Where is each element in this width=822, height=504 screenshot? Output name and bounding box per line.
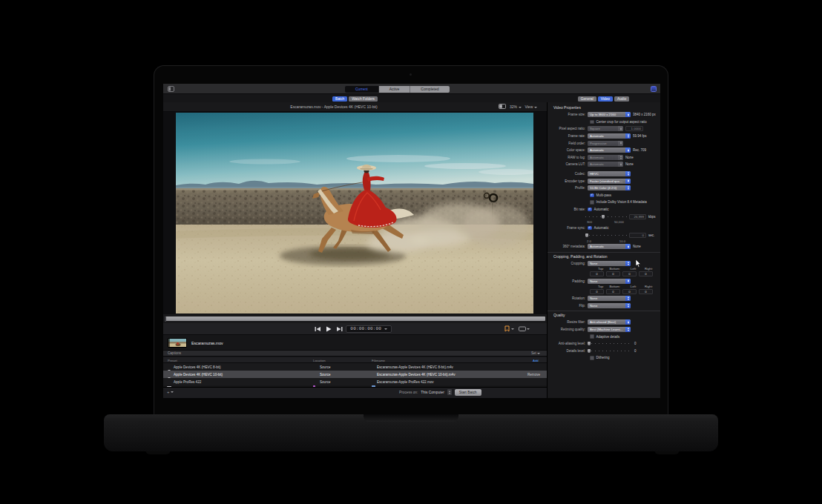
batch-area: Escaramuzas.mov Captions Set Preset Loca…	[163, 335, 547, 398]
resize-filter-dropdown[interactable]: Anti-aliased (Best)	[588, 319, 631, 325]
tab-audio[interactable]: Audio	[614, 96, 629, 102]
codec-dropdown[interactable]: HEVC	[588, 171, 631, 176]
sidebar-toggle-icon[interactable]	[168, 86, 174, 92]
inspector-panel: Video Properties Frame size: Up to 3840 …	[547, 102, 660, 398]
bit-rate-slider[interactable]	[585, 214, 627, 219]
preview-display-button[interactable]	[519, 326, 530, 332]
preset-row-2-selected[interactable]: Apple Devices 4K (HEVC 10-bit) Source Es…	[163, 371, 547, 378]
center-crop-checkbox[interactable]	[590, 120, 594, 125]
transport-bar: 00:00:00:00	[163, 323, 547, 335]
previous-frame-button[interactable]	[315, 326, 320, 332]
preset-row-1[interactable]: Apple Devices 4K (HEVC 8-bit) Source Esc…	[163, 363, 547, 371]
add-marker-button[interactable]	[504, 325, 514, 332]
chevron-down-icon	[171, 391, 174, 393]
chevron-down-icon	[511, 328, 514, 330]
padding-row: Padding: None	[548, 277, 660, 285]
job-row[interactable]: Escaramuzas.mov	[163, 336, 547, 349]
inspector-tabs: General Video Audio	[547, 95, 660, 102]
padding-dropdown[interactable]: None	[588, 279, 631, 284]
process-on-stepper[interactable]	[447, 389, 452, 395]
pad-top-field[interactable]: 0	[590, 289, 604, 294]
view-segmented-control: Current Active Completed	[345, 86, 450, 93]
aa-level-slider[interactable]	[588, 341, 632, 346]
multi-pass-checkbox[interactable]	[590, 193, 594, 198]
multi-pass-row: Multi-pass	[548, 192, 660, 199]
timecode-display[interactable]: 00:00:00:00	[346, 325, 392, 333]
field-order-row: Field order: Progressive	[548, 139, 660, 147]
bit-rate-row: Bit rate: Automatic	[548, 206, 660, 213]
adaptive-row: Adaptive details	[548, 333, 660, 340]
play-button[interactable]	[326, 326, 332, 332]
center-crop-row: Center crop for output aspect ratio	[548, 119, 660, 126]
bit-rate-field[interactable]: 26,999	[629, 214, 646, 219]
tab-watch-folders[interactable]: Watch Folders	[349, 96, 378, 102]
tab-video[interactable]: Video	[598, 96, 613, 102]
video-frame[interactable]	[176, 113, 533, 314]
frame-rate-dropdown[interactable]: Automatic	[588, 133, 631, 139]
color-space-dropdown[interactable]: Automatic	[588, 147, 631, 153]
dolby-vision-checkbox[interactable]	[590, 200, 594, 205]
pixel-aspect-dropdown[interactable]: Square	[588, 126, 623, 131]
next-frame-button[interactable]	[337, 326, 343, 332]
crop-top-field[interactable]: 0	[590, 271, 604, 276]
tab-active[interactable]: Active	[379, 86, 411, 93]
pad-left-field[interactable]: 0	[622, 289, 637, 294]
frame-sync-slider[interactable]	[585, 233, 627, 238]
timeline-scrubber[interactable]	[165, 316, 545, 321]
frame-size-dropdown[interactable]: Up to 3840 x 2160	[588, 112, 631, 117]
compressor-window: Current Active Completed Batch Watch Fol…	[163, 84, 660, 398]
compare-view-icon[interactable]	[499, 104, 506, 109]
crop-bottom-field[interactable]: 0	[606, 271, 620, 276]
dithering-checkbox[interactable]	[590, 356, 594, 360]
frame-sync-auto-checkbox[interactable]	[588, 226, 592, 231]
adaptive-details-checkbox[interactable]	[590, 334, 594, 339]
pixel-aspect-field[interactable]: 1.0000	[625, 126, 643, 131]
process-on-label: Process on:	[399, 391, 418, 394]
laptop-lid-notch	[364, 414, 458, 422]
preset-table-header	[163, 357, 547, 363]
retiming-row: Retiming quality: Best (Machine Learni…	[548, 326, 660, 334]
crop-right-field[interactable]: 0	[639, 271, 653, 276]
column-location: Location	[313, 359, 326, 362]
field-order-dropdown[interactable]: Progressive	[588, 141, 623, 146]
view-dropdown[interactable]: View	[525, 105, 537, 109]
bit-rate-auto-checkbox[interactable]	[588, 208, 592, 212]
encoder-type-dropdown[interactable]: Faster (standard qua…	[588, 179, 631, 184]
raw-to-log-dropdown[interactable]: Automatic	[588, 155, 623, 160]
tab-completed[interactable]: Completed	[410, 86, 449, 93]
captions-set-dropdown[interactable]: Set	[531, 351, 540, 355]
start-batch-button[interactable]: Start Batch	[455, 389, 481, 396]
add-output-button[interactable]: Add	[533, 359, 539, 362]
pad-right-field[interactable]: 0	[639, 289, 653, 294]
remove-button[interactable]: Remove	[527, 373, 540, 377]
profile-dropdown[interactable]: 10-Bit Color (4:2:0)	[588, 185, 631, 190]
column-preset: Preset	[168, 359, 177, 362]
flip-dropdown[interactable]: None	[588, 303, 631, 308]
camera-lut-dropdown[interactable]: Automatic	[588, 162, 623, 167]
add-job-button[interactable]: +	[167, 390, 174, 394]
meta360-dropdown[interactable]: Automatic	[588, 244, 631, 249]
profile-row: Profile: 10-Bit Color (4:2:0)	[548, 185, 660, 192]
details-level-slider[interactable]	[588, 348, 632, 354]
tab-general[interactable]: General	[578, 96, 596, 102]
process-on-value: This Computer	[421, 391, 444, 394]
scrubber-row	[163, 314, 547, 323]
frame-rate-row: Frame rate: Automatic 59.94 fps	[548, 133, 660, 140]
preview-controls: 32% View	[499, 104, 537, 109]
frame-size-row: Frame size: Up to 3840 x 2160 3840 x 216…	[548, 111, 660, 119]
frame-sync-slider-row: 0 sec.	[548, 232, 660, 239]
frame-sync-field[interactable]: 0	[629, 233, 646, 238]
camera-lut-row: Camera LUT: Automatic None	[548, 161, 660, 168]
preset-row-3[interactable]: Apple ProRes 422 Source Escaramuzas-Appl…	[163, 378, 547, 385]
pad-bottom-field[interactable]: 0	[606, 289, 620, 294]
cropping-dropdown[interactable]: None	[588, 261, 631, 266]
playhead[interactable]	[165, 316, 166, 322]
tab-batch[interactable]: Batch	[332, 96, 347, 102]
activity-indicator-icon[interactable]	[651, 86, 657, 92]
tab-current[interactable]: Current	[345, 86, 379, 93]
crop-left-field[interactable]: 0	[622, 271, 637, 276]
retiming-dropdown[interactable]: Best (Machine Learni…	[588, 327, 631, 332]
rotation-dropdown[interactable]: None	[588, 296, 631, 301]
zoom-level-dropdown[interactable]: 32%	[510, 105, 522, 109]
column-filename: Filename	[372, 359, 385, 362]
